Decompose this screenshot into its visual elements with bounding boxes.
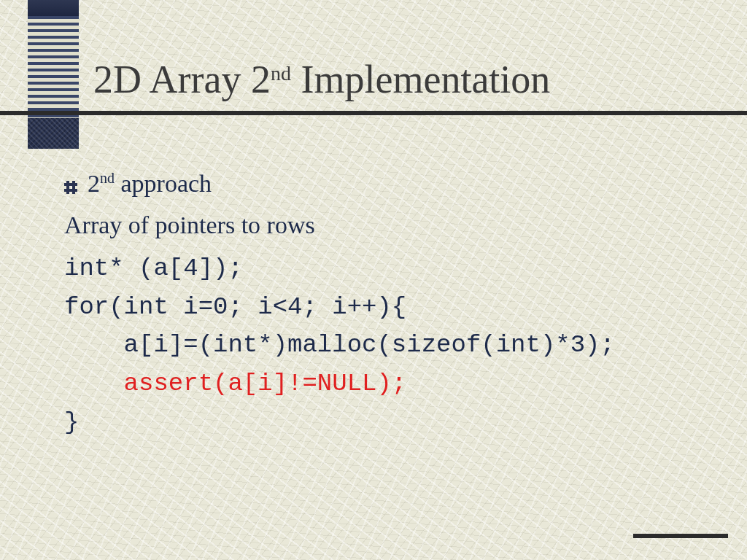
title-post: Implementation bbox=[291, 58, 550, 101]
hash-bullet-icon bbox=[64, 181, 77, 194]
code-l5: } bbox=[64, 408, 79, 436]
title-rule bbox=[0, 111, 747, 115]
bullet-post: approach bbox=[115, 170, 212, 197]
bullet-text: 2nd approach bbox=[88, 165, 212, 202]
code-l3: a[i]=(int*)malloc(sizeof(int)*3); bbox=[64, 331, 615, 359]
code-block: int* (a[4]); for(int i=0; i<4; i++){ a[i… bbox=[64, 249, 718, 441]
code-l4: assert(a[i]!=NULL); bbox=[64, 370, 406, 397]
bullet-pre: 2 bbox=[88, 170, 100, 197]
slide-body: 2nd approach Array of pointers to rows i… bbox=[64, 165, 718, 441]
title-sup: nd bbox=[271, 62, 291, 85]
bullet-item: 2nd approach bbox=[64, 165, 718, 202]
bullet-sup: nd bbox=[100, 170, 115, 186]
footer-rule bbox=[633, 534, 728, 538]
code-l1: int* (a[4]); bbox=[64, 254, 243, 282]
title-pre: 2D Array 2 bbox=[93, 58, 271, 101]
slide-ornament bbox=[28, 0, 79, 149]
slide-title: 2D Array 2nd Implementation bbox=[93, 57, 550, 102]
code-l2: for(int i=0; i<4; i++){ bbox=[64, 293, 406, 321]
subtitle-text: Array of pointers to rows bbox=[64, 206, 718, 244]
